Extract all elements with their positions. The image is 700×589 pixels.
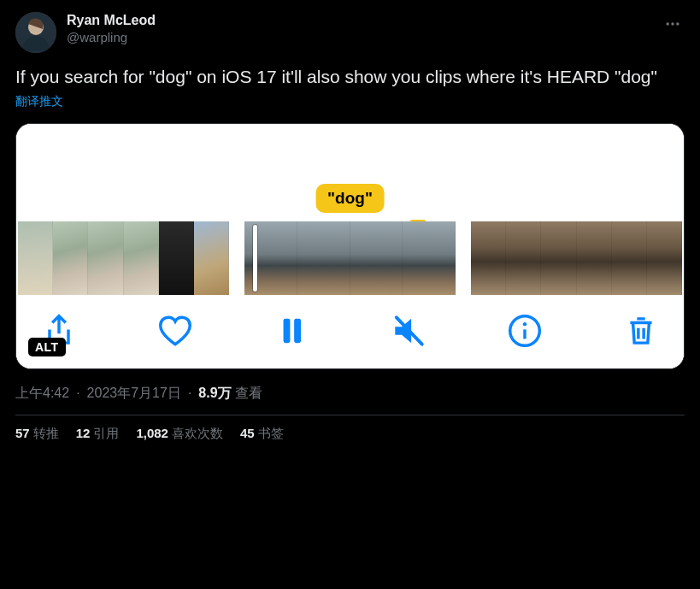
svg-point-2 (667, 22, 669, 25)
playhead-indicator[interactable] (253, 225, 257, 292)
info-icon (506, 312, 544, 350)
pause-icon (273, 312, 310, 350)
more-button[interactable] (661, 12, 685, 36)
delete-button[interactable] (622, 312, 660, 350)
alt-badge[interactable]: ALT (28, 338, 66, 356)
media-top-area: "dog" (16, 124, 684, 218)
media-toolbar (16, 300, 684, 368)
svg-point-3 (671, 22, 674, 25)
trash-icon (622, 312, 660, 350)
tweet-stats: 57转推 12引用 1,082喜欢次数 45书签 (15, 426, 685, 442)
clip-group-2[interactable] (244, 221, 456, 295)
clip-frame (297, 221, 350, 295)
search-tag-bubble: "dog" (315, 184, 385, 213)
clip-frame (194, 221, 229, 295)
translate-link[interactable]: 翻译推文 (15, 94, 685, 109)
meta-sep: · (73, 386, 83, 401)
svg-point-8 (523, 322, 526, 326)
video-timeline[interactable] (16, 218, 684, 300)
svg-point-4 (676, 22, 679, 25)
speaker-muted-icon (390, 312, 427, 350)
quotes-stat[interactable]: 12引用 (76, 426, 120, 442)
clip-group-1[interactable] (18, 221, 229, 295)
user-handle[interactable]: @warpling (67, 29, 661, 46)
mute-button[interactable] (390, 312, 427, 350)
svg-rect-5 (284, 319, 291, 343)
tweet-time[interactable]: 上午4:42 (15, 385, 69, 403)
svg-rect-6 (295, 319, 302, 343)
clip-frame (577, 221, 612, 295)
clip-frame (53, 221, 88, 295)
tweet-date[interactable]: 2023年7月17日 (87, 385, 181, 403)
clip-frame (647, 221, 682, 295)
clip-frame (350, 221, 403, 295)
tweet-header: Ryan McLeod @warpling (15, 12, 685, 53)
avatar[interactable] (15, 12, 56, 53)
clip-frame (506, 221, 541, 295)
clip-frame (88, 221, 123, 295)
clip-group-3[interactable] (471, 221, 682, 295)
heart-icon (156, 312, 194, 350)
clip-frame (18, 221, 53, 295)
clip-frame (541, 221, 576, 295)
tweet-meta: 上午4:42 · 2023年7月17日 · 8.9万 查看 (15, 385, 685, 403)
divider (15, 415, 685, 415)
clip-frame (159, 221, 194, 295)
clip-frame (471, 221, 506, 295)
likes-stat[interactable]: 1,082喜欢次数 (136, 426, 223, 442)
author-names: Ryan McLeod @warpling (67, 12, 661, 46)
ellipsis-icon (664, 15, 681, 32)
view-label: 查看 (235, 385, 262, 403)
like-button[interactable] (156, 312, 194, 350)
clip-frame (403, 221, 456, 295)
view-count: 8.9万 (198, 385, 231, 403)
display-name[interactable]: Ryan McLeod (67, 12, 661, 29)
info-button[interactable] (506, 312, 544, 350)
pause-button[interactable] (273, 312, 310, 350)
tweet-text: If you search for "dog" on iOS 17 it'll … (15, 65, 685, 89)
meta-sep: · (185, 386, 195, 401)
media-attachment[interactable]: "dog" (15, 123, 685, 369)
retweets-stat[interactable]: 57转推 (15, 426, 59, 442)
clip-frame (612, 221, 647, 295)
tweet-container: Ryan McLeod @warpling If you search for … (0, 0, 700, 451)
clip-frame (124, 221, 159, 295)
bookmarks-stat[interactable]: 45书签 (240, 426, 284, 442)
